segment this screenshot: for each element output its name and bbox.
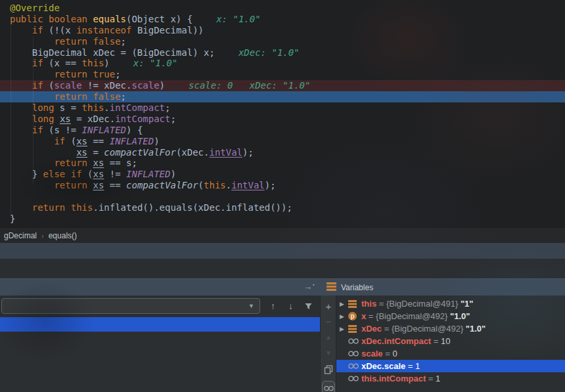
variable-name: xDec	[361, 324, 382, 334]
move-frame-down-icon[interactable]: ↓	[282, 298, 300, 314]
code-line: long s = this.intCompact;	[0, 102, 565, 114]
selected-stack-frame-row[interactable]	[0, 317, 320, 332]
code-line	[0, 191, 565, 202]
code-line: if (x == this)x: "1.0"	[0, 58, 565, 69]
breadcrumb: gDecimal›equals()	[0, 227, 565, 243]
tab-variables[interactable]: Variables	[327, 279, 373, 296]
debug-toolwindow-top-strip	[0, 243, 565, 259]
frames-panel: ▼ ↑↓	[0, 295, 320, 392]
equals-sign: =	[383, 349, 393, 359]
variable-name: xDec.scale	[361, 361, 405, 371]
code-line: }	[0, 213, 565, 225]
watch-icon	[348, 363, 361, 369]
variable-reference: {BigDecimal@491}	[386, 299, 461, 309]
move-frame-up-icon[interactable]: ↑	[264, 298, 282, 314]
variable-row[interactable]: ▶px = {BigDecimal@492} "1.0"	[336, 310, 565, 322]
value-icon	[348, 325, 361, 333]
variable-name: scale	[361, 349, 383, 359]
code-line: xs = compactValFor(xDec.intVal);	[0, 147, 565, 158]
watch-icon	[348, 338, 361, 344]
expand-arrow-icon[interactable]: ▶	[340, 301, 348, 307]
watch-row[interactable]: xDec.scale = 1	[336, 360, 565, 372]
code-line: if (xs == INFLATED)	[0, 136, 565, 147]
breakpoint-line: if (scale != xDec.scale)scale: 0 xDec: "…	[0, 80, 565, 91]
frames-toolbar: ↑↓	[264, 298, 317, 314]
variable-value: "1.0"	[450, 311, 470, 321]
variable-name: this	[361, 299, 376, 309]
code-line: if (!(x instanceof BigDecimal))	[0, 25, 565, 36]
code-line: return xs == compactValFor(this.intVal);	[0, 180, 565, 191]
variable-reference: {BigDecimal@492}	[392, 324, 466, 334]
code-line: long xs = xDec.intCompact;	[0, 114, 565, 125]
breadcrumb-item[interactable]: gDecimal	[1, 231, 39, 240]
filter-frames-icon[interactable]	[300, 298, 317, 314]
equals-sign: =	[376, 299, 386, 309]
variable-row[interactable]: ▶this = {BigDecimal@491} "1"	[336, 297, 565, 310]
breadcrumb-separator-icon: ›	[39, 232, 46, 240]
debugger-inline-value-hint: xDec: "1.0"	[238, 47, 300, 58]
show-watches-icon[interactable]	[322, 381, 335, 392]
thread-selector-combobox[interactable]: ▼	[1, 298, 260, 314]
add-watch-icon[interactable]: +	[321, 299, 336, 313]
variable-name: this.intCompact	[361, 374, 426, 383]
variable-value: 0	[392, 349, 397, 359]
debugger-inline-value-hint: x: "1.0"	[216, 14, 260, 24]
equals-sign: =	[431, 336, 441, 346]
watch-row[interactable]: scale = 0	[336, 347, 565, 360]
move-watch-down-icon[interactable]: ▼	[321, 345, 336, 360]
watch-row[interactable]: xDec.intCompact = 10	[336, 335, 565, 347]
variable-name: xDec.intCompact	[361, 336, 431, 346]
watch-icon	[348, 351, 361, 357]
equals-sign: =	[426, 374, 436, 383]
parameter-icon: p	[348, 312, 361, 320]
watch-row[interactable]: this.intCompact = 1	[336, 372, 565, 385]
code-line: public boolean equals(Object x) {x: "1.0…	[0, 14, 565, 25]
variable-reference: {BigDecimal@492}	[376, 311, 450, 321]
variable-name: x	[361, 311, 366, 321]
debugger-inline-value-hint: scale: 0 xDec: "1.0"	[189, 80, 310, 91]
move-watch-up-icon[interactable]: ▲	[321, 330, 336, 344]
expand-arrow-icon[interactable]: ▶	[340, 326, 348, 332]
variables-tab-label: Variables	[341, 283, 373, 292]
code-line: BigDecimal xDec = (BigDecimal) x;xDec: "…	[0, 47, 565, 58]
watch-icon	[348, 376, 361, 381]
value-icon	[348, 300, 361, 308]
debug-panel-header: →▪ Variables	[0, 278, 565, 295]
variable-value: 1	[436, 374, 440, 383]
equals-sign: =	[405, 361, 415, 371]
variable-value: 10	[441, 336, 450, 346]
watches-side-toolbar: +−▲▼	[320, 295, 336, 392]
variables-tab-icon	[327, 282, 336, 294]
indent-guide	[33, 36, 34, 185]
code-line: } else if (xs != INFLATED)	[0, 169, 565, 180]
variable-value: "1"	[461, 299, 474, 309]
remove-watch-icon[interactable]: −	[321, 314, 336, 328]
chevron-down-icon: ▼	[248, 303, 254, 309]
debugger-inline-value-hint: x: "1.0"	[133, 58, 177, 68]
breadcrumb-item[interactable]: equals()	[46, 231, 79, 240]
code-line: @Override	[0, 3, 565, 14]
variable-value: "1.0"	[466, 324, 486, 334]
code-editor[interactable]: @Overridepublic boolean equals(Object x)…	[0, 0, 565, 227]
code-line: return false;	[0, 36, 565, 47]
equals-sign: =	[366, 311, 376, 321]
code-line: if (s != INFLATED) {	[0, 125, 565, 136]
code-area: @Overridepublic boolean equals(Object x)…	[0, 3, 565, 225]
variables-panel: ▶this = {BigDecimal@491} "1"▶px = {BigDe…	[336, 295, 565, 392]
duplicate-watch-icon[interactable]	[321, 362, 336, 377]
variable-value: 1	[415, 361, 420, 371]
code-line: return this.inflated().equals(xDec.infla…	[0, 202, 565, 213]
execution-line: return false;	[0, 91, 565, 102]
variable-row[interactable]: ▶xDec = {BigDecimal@492} "1.0"	[336, 322, 565, 335]
expand-arrow-icon[interactable]: ▶	[340, 313, 348, 320]
equals-sign: =	[382, 324, 392, 334]
code-line: return true;	[0, 69, 565, 80]
show-execution-point-icon[interactable]: →▪	[304, 282, 314, 292]
debug-toolbar-strip	[0, 259, 565, 278]
code-line: return xs == s;	[0, 158, 565, 169]
indent-guide	[11, 25, 11, 218]
